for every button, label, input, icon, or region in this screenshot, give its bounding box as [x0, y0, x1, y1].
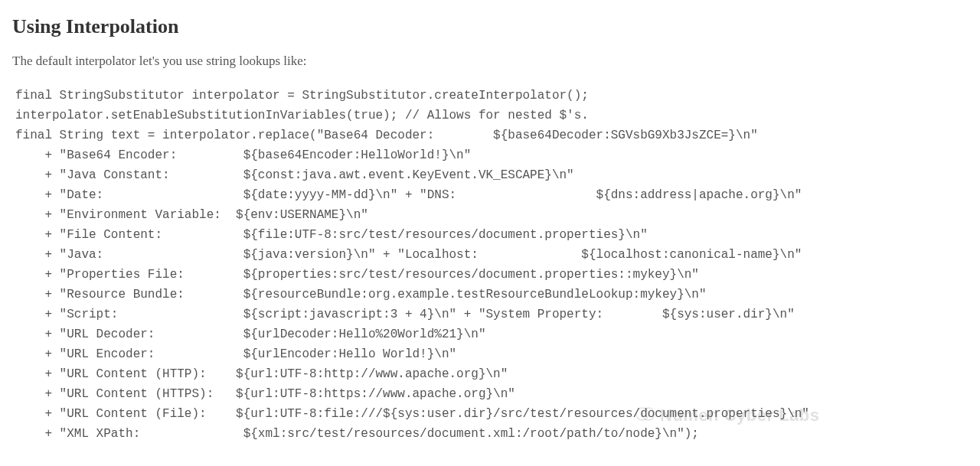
code-block: final StringSubstitutor interpolator = S… [12, 86, 968, 444]
section-heading: Using Interpolation [12, 15, 968, 38]
intro-paragraph: The default interpolator let's you use s… [12, 54, 968, 69]
